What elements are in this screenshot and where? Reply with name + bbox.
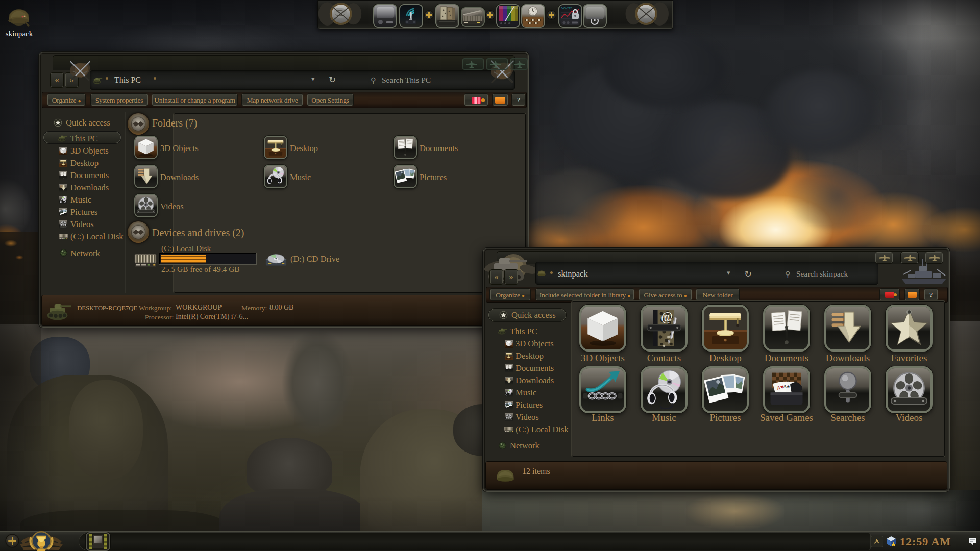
svg-text:545-717: 545-717: [561, 7, 572, 10]
